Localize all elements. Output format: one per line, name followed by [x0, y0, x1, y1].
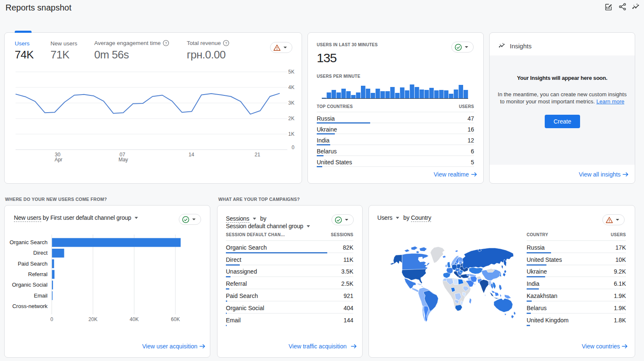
svg-text:1K: 1K — [288, 131, 294, 137]
svg-text:Cross-network: Cross-network — [12, 303, 48, 309]
svg-text:0: 0 — [292, 145, 294, 150]
svg-text:21: 21 — [254, 152, 260, 158]
svg-text:Email: Email — [34, 292, 48, 299]
svg-text:Direct: Direct — [33, 250, 48, 256]
svg-text:40K: 40K — [130, 316, 138, 322]
svg-text:May: May — [119, 157, 128, 163]
svg-text:Paid Search: Paid Search — [18, 261, 48, 267]
svg-text:5K: 5K — [288, 69, 294, 75]
svg-text:Organic Social: Organic Social — [12, 282, 48, 288]
svg-text:3K: 3K — [288, 100, 294, 106]
svg-text:4K: 4K — [288, 84, 294, 90]
svg-text:Organic Search: Organic Search — [10, 239, 48, 245]
svg-text:60K: 60K — [171, 316, 180, 322]
svg-text:20K: 20K — [88, 316, 97, 322]
svg-text:0: 0 — [50, 316, 53, 322]
svg-text:Referral: Referral — [28, 271, 48, 277]
svg-text:Apr: Apr — [55, 157, 63, 163]
svg-text:2K: 2K — [288, 116, 294, 121]
svg-text:14: 14 — [188, 152, 194, 158]
